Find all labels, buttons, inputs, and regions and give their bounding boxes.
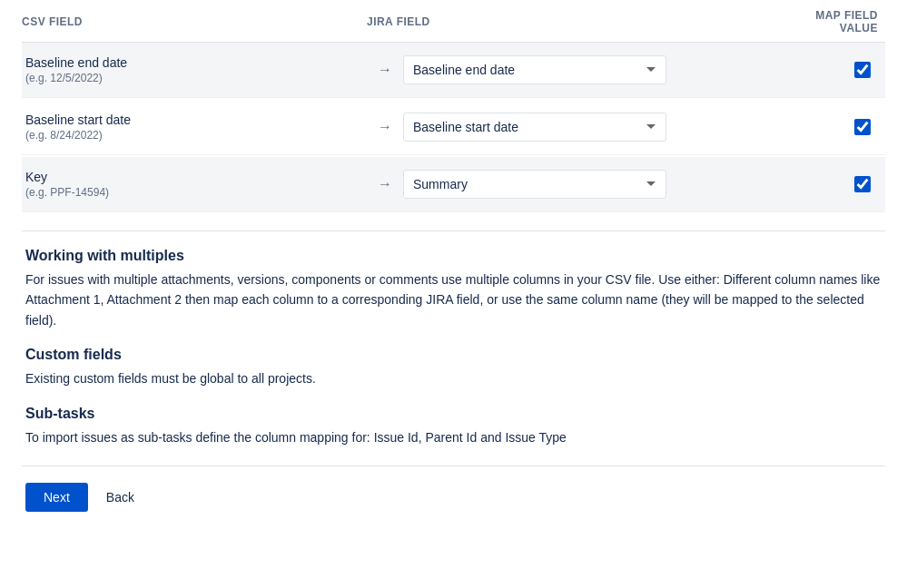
section-custom-fields: Custom fields Existing custom fields mus… [25,347,882,388]
working-with-multiples-text: For issues with multiple attachments, ve… [25,270,882,330]
jira-select-col-baseline-end-date: Baseline end dateBaseline start dateSumm… [403,55,776,84]
field-row-key: Key (e.g. PPF-14594) → Baseline end date… [22,157,885,212]
arrow-baseline-end-date: → [367,62,403,78]
checkbox-col-baseline-end-date [776,62,885,78]
section-sub-tasks: Sub-tasks To import issues as sub-tasks … [25,406,882,447]
section-divider-1 [22,230,885,231]
field-row-baseline-start-date: Baseline start date (e.g. 8/24/2022) → B… [22,100,885,155]
col-header-csv: CSV Field [22,15,367,28]
col-header-map: Map field value [776,9,885,34]
jira-select-key[interactable]: Baseline end dateBaseline start dateSumm… [403,170,666,199]
checkbox-col-baseline-start-date [776,119,885,135]
field-name-baseline-start-date: Baseline start date [25,113,367,127]
sub-tasks-text: To import issues as sub-tasks define the… [25,427,882,447]
map-checkbox-baseline-start-date[interactable] [854,119,871,135]
arrow-key: → [367,176,403,192]
jira-select-baseline-start-date[interactable]: Baseline end dateBaseline start dateSumm… [403,113,666,142]
working-with-multiples-title: Working with multiples [25,248,882,264]
field-row-baseline-end-date: Baseline end date (e.g. 12/5/2022) → Bas… [22,43,885,98]
field-example-key: (e.g. PPF-14594) [25,186,367,199]
map-checkbox-baseline-end-date[interactable] [854,62,871,78]
field-name-baseline-end-date: Baseline end date [25,55,367,70]
field-info-baseline-start-date: Baseline start date (e.g. 8/24/2022) [22,113,367,142]
field-name-key: Key [25,170,367,184]
map-checkbox-key[interactable] [854,176,871,192]
footer-divider [22,466,885,466]
field-info-baseline-end-date: Baseline end date (e.g. 12/5/2022) [22,55,367,84]
field-rows-container: Baseline end date (e.g. 12/5/2022) → Bas… [22,43,885,212]
table-header: CSV Field JIRA field Map field value [22,0,885,43]
sub-tasks-title: Sub-tasks [25,406,882,422]
back-button[interactable]: Back [103,483,138,512]
custom-fields-title: Custom fields [25,347,882,363]
checkbox-col-key [776,176,885,192]
field-info-key: Key (e.g. PPF-14594) [22,170,367,199]
page-container: CSV Field JIRA field Map field value Bas… [0,0,907,534]
arrow-baseline-start-date: → [367,119,403,135]
jira-select-col-key: Baseline end dateBaseline start dateSumm… [403,170,776,199]
field-example-baseline-start-date: (e.g. 8/24/2022) [25,129,367,142]
info-sections: Working with multiples For issues with m… [22,248,885,447]
jira-select-baseline-end-date[interactable]: Baseline end dateBaseline start dateSumm… [403,55,666,84]
custom-fields-text: Existing custom fields must be global to… [25,368,882,388]
footer-actions: Next Back [22,483,885,512]
field-example-baseline-end-date: (e.g. 12/5/2022) [25,72,367,84]
next-button[interactable]: Next [25,483,88,512]
jira-select-col-baseline-start-date: Baseline end dateBaseline start dateSumm… [403,113,776,142]
col-header-jira: JIRA field [367,15,776,28]
section-working-with-multiples: Working with multiples For issues with m… [25,248,882,330]
